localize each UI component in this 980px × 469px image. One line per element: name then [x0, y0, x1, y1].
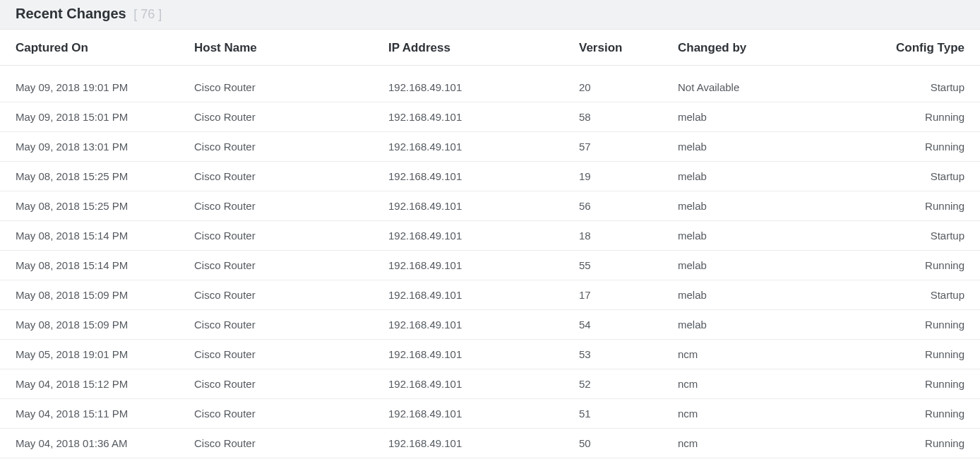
cell-host-name: Cisco Router	[194, 310, 388, 340]
cell-ip-address: 192.168.49.101	[388, 310, 579, 340]
cell-config-type: Running	[868, 310, 980, 340]
cell-changed-by: ncm	[678, 399, 868, 429]
cell-host-name: Cisco Router	[194, 221, 388, 251]
cell-host-name: Cisco Router	[194, 399, 388, 429]
cell-config-type: Running	[868, 399, 980, 429]
cell-ip-address: 192.168.49.101	[388, 66, 579, 102]
cell-config-type: Running	[868, 369, 980, 399]
cell-version: 54	[579, 310, 678, 340]
table-row[interactable]: May 08, 2018 15:09 PMCisco Router192.168…	[0, 280, 980, 310]
cell-version: 52	[579, 369, 678, 399]
cell-version: 56	[579, 191, 678, 221]
col-header-config-type[interactable]: Config Type	[868, 30, 980, 66]
table-row[interactable]: May 08, 2018 15:14 PMCisco Router192.168…	[0, 251, 980, 280]
cell-config-type: Startup	[868, 162, 980, 191]
cell-version: 55	[579, 251, 678, 280]
cell-captured-on: May 08, 2018 15:25 PM	[0, 162, 194, 191]
cell-changed-by: ncm	[678, 369, 868, 399]
cell-config-type: Running	[868, 340, 980, 369]
table-row[interactable]: May 04, 2018 15:12 PMCisco Router192.168…	[0, 369, 980, 399]
cell-changed-by: melab	[678, 310, 868, 340]
cell-host-name: Cisco Router	[194, 251, 388, 280]
panel-title: Recent Changes	[16, 6, 126, 21]
table-row[interactable]: May 08, 2018 15:25 PMCisco Router192.168…	[0, 162, 980, 191]
table-row[interactable]: May 08, 2018 15:09 PMCisco Router192.168…	[0, 310, 980, 340]
cell-config-type: Startup	[868, 221, 980, 251]
cell-config-type: Running	[868, 429, 980, 458]
col-header-version[interactable]: Version	[579, 30, 678, 66]
table-row[interactable]: May 05, 2018 19:01 PMCisco Router192.168…	[0, 340, 980, 369]
cell-captured-on: May 08, 2018 15:09 PM	[0, 310, 194, 340]
cell-version: 58	[579, 102, 678, 132]
cell-captured-on: May 09, 2018 13:01 PM	[0, 132, 194, 162]
cell-changed-by: Not Available	[678, 66, 868, 102]
cell-host-name: Cisco Router	[194, 132, 388, 162]
panel-count: [ 76 ]	[133, 7, 162, 21]
cell-captured-on: May 04, 2018 01:36 AM	[0, 429, 194, 458]
table-row[interactable]: May 09, 2018 13:01 PMCisco Router192.168…	[0, 132, 980, 162]
cell-changed-by: melab	[678, 102, 868, 132]
recent-changes-table: Captured On Host Name IP Address Version…	[0, 30, 980, 458]
cell-captured-on: May 05, 2018 19:01 PM	[0, 340, 194, 369]
cell-config-type: Running	[868, 191, 980, 221]
cell-captured-on: May 09, 2018 15:01 PM	[0, 102, 194, 132]
cell-ip-address: 192.168.49.101	[388, 399, 579, 429]
cell-ip-address: 192.168.49.101	[388, 429, 579, 458]
col-header-changed-by[interactable]: Changed by	[678, 30, 868, 66]
table-row[interactable]: May 09, 2018 15:01 PMCisco Router192.168…	[0, 102, 980, 132]
table-header-row: Captured On Host Name IP Address Version…	[0, 30, 980, 66]
cell-captured-on: May 09, 2018 19:01 PM	[0, 66, 194, 102]
cell-captured-on: May 08, 2018 15:25 PM	[0, 191, 194, 221]
table-row[interactable]: May 08, 2018 15:25 PMCisco Router192.168…	[0, 191, 980, 221]
cell-host-name: Cisco Router	[194, 162, 388, 191]
cell-version: 19	[579, 162, 678, 191]
table-row[interactable]: May 04, 2018 01:36 AMCisco Router192.168…	[0, 429, 980, 458]
table-row[interactable]: May 04, 2018 15:11 PMCisco Router192.168…	[0, 399, 980, 429]
cell-host-name: Cisco Router	[194, 369, 388, 399]
cell-config-type: Startup	[868, 280, 980, 310]
cell-version: 51	[579, 399, 678, 429]
cell-changed-by: ncm	[678, 340, 868, 369]
cell-host-name: Cisco Router	[194, 66, 388, 102]
cell-config-type: Running	[868, 132, 980, 162]
cell-config-type: Running	[868, 251, 980, 280]
cell-version: 53	[579, 340, 678, 369]
cell-changed-by: melab	[678, 251, 868, 280]
cell-version: 17	[579, 280, 678, 310]
col-header-ip-address[interactable]: IP Address	[388, 30, 579, 66]
cell-ip-address: 192.168.49.101	[388, 132, 579, 162]
cell-changed-by: melab	[678, 280, 868, 310]
cell-ip-address: 192.168.49.101	[388, 191, 579, 221]
cell-captured-on: May 08, 2018 15:09 PM	[0, 280, 194, 310]
cell-captured-on: May 04, 2018 15:12 PM	[0, 369, 194, 399]
cell-changed-by: ncm	[678, 429, 868, 458]
cell-ip-address: 192.168.49.101	[388, 280, 579, 310]
cell-ip-address: 192.168.49.101	[388, 102, 579, 132]
cell-version: 50	[579, 429, 678, 458]
cell-ip-address: 192.168.49.101	[388, 251, 579, 280]
table-row[interactable]: May 08, 2018 15:14 PMCisco Router192.168…	[0, 221, 980, 251]
panel-header: Recent Changes [ 76 ]	[0, 0, 980, 30]
cell-changed-by: melab	[678, 191, 868, 221]
cell-config-type: Startup	[868, 66, 980, 102]
cell-version: 18	[579, 221, 678, 251]
cell-ip-address: 192.168.49.101	[388, 221, 579, 251]
cell-host-name: Cisco Router	[194, 191, 388, 221]
cell-changed-by: melab	[678, 221, 868, 251]
cell-captured-on: May 08, 2018 15:14 PM	[0, 251, 194, 280]
table-row[interactable]: May 09, 2018 19:01 PMCisco Router192.168…	[0, 66, 980, 102]
cell-version: 20	[579, 66, 678, 102]
col-header-host-name[interactable]: Host Name	[194, 30, 388, 66]
cell-changed-by: melab	[678, 132, 868, 162]
cell-host-name: Cisco Router	[194, 102, 388, 132]
cell-captured-on: May 08, 2018 15:14 PM	[0, 221, 194, 251]
cell-ip-address: 192.168.49.101	[388, 369, 579, 399]
cell-config-type: Running	[868, 102, 980, 132]
cell-captured-on: May 04, 2018 15:11 PM	[0, 399, 194, 429]
cell-changed-by: melab	[678, 162, 868, 191]
cell-host-name: Cisco Router	[194, 340, 388, 369]
cell-host-name: Cisco Router	[194, 280, 388, 310]
col-header-captured-on[interactable]: Captured On	[0, 30, 194, 66]
cell-ip-address: 192.168.49.101	[388, 340, 579, 369]
cell-ip-address: 192.168.49.101	[388, 162, 579, 191]
